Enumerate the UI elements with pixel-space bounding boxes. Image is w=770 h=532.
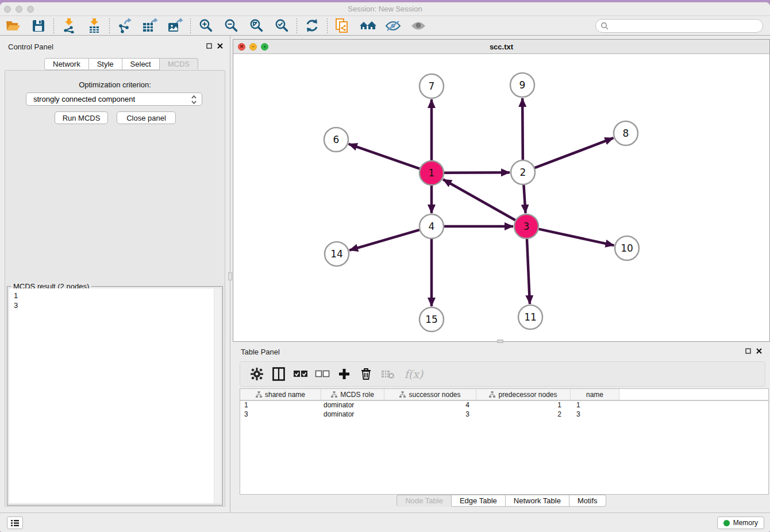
column-header-MCDS-role[interactable]: MCDS role (321, 389, 384, 400)
graph-edge-4-14[interactable] (349, 230, 419, 250)
network-window-titlebar[interactable]: ✕ − ＋ scc.txt (233, 40, 769, 54)
graph-node-14[interactable]: 14 (325, 242, 349, 266)
show-all-icon[interactable] (409, 17, 428, 34)
table-panel: Table Panel (233, 344, 770, 512)
columns-icon[interactable] (270, 365, 287, 383)
zoom-selected-icon[interactable] (272, 17, 291, 34)
graph-edge-1-6[interactable] (349, 144, 420, 169)
column-header-successor-nodes[interactable]: successor nodes (384, 389, 476, 400)
result-line: 1 (14, 291, 221, 300)
delete-table-icon[interactable] (379, 365, 396, 383)
network-canvas[interactable]: 7968124314101511 (233, 54, 769, 341)
table-cell[interactable]: 2 (476, 410, 571, 419)
table-cell[interactable]: 3 (571, 410, 619, 419)
node-table[interactable]: shared nameMCDS rolesuccessor nodesprede… (240, 388, 769, 495)
memory-button[interactable]: Memory (717, 516, 764, 529)
import-table-icon[interactable] (84, 17, 104, 34)
run-mcds-button[interactable]: Run MCDS (55, 111, 108, 124)
svg-text:1: 1 (429, 167, 435, 179)
open-session-icon[interactable] (3, 17, 23, 34)
tab-mcds[interactable]: MCDS (160, 58, 198, 70)
zoom-fit-icon[interactable] (247, 17, 266, 34)
table-cell[interactable]: 1 (476, 401, 571, 410)
tab-edge-table[interactable]: Edge Table (452, 495, 506, 507)
close-panel-button[interactable]: Close panel (117, 111, 176, 124)
hide-selected-icon[interactable] (383, 17, 403, 34)
graph-edge-3-1[interactable] (443, 179, 515, 220)
zoom-out-icon[interactable] (221, 17, 241, 34)
graph-edge-2-9[interactable] (522, 98, 523, 160)
import-network-icon[interactable] (59, 17, 79, 34)
svg-text:11: 11 (524, 311, 537, 323)
horizontal-splitter-handle[interactable] (497, 340, 503, 343)
table-cell[interactable]: 1 (240, 401, 321, 410)
graph-edge-1-2[interactable] (444, 172, 510, 173)
svg-text:3: 3 (523, 221, 530, 232)
search-input[interactable] (609, 22, 763, 30)
graph-node-3[interactable]: 3 (514, 214, 538, 238)
graph-node-4[interactable]: 4 (419, 214, 444, 238)
tab-node-table[interactable]: Node Table (396, 495, 452, 507)
svg-text:4: 4 (429, 221, 435, 232)
graph-node-11[interactable]: 11 (518, 305, 542, 329)
tab-motifs[interactable]: Motifs (569, 495, 606, 507)
graph-node-9[interactable]: 9 (510, 73, 534, 97)
table-row[interactable]: 1dominator411 (240, 401, 768, 410)
graph-node-6[interactable]: 6 (324, 128, 348, 152)
svg-text:14: 14 (330, 248, 343, 260)
tab-style[interactable]: Style (89, 58, 122, 70)
zoom-in-icon[interactable] (196, 17, 215, 34)
first-neighbors-icon[interactable] (358, 17, 378, 34)
criterion-select[interactable]: strongly connected component (26, 92, 202, 106)
table-cell[interactable]: 1 (571, 401, 619, 410)
deselect-all-icon[interactable] (314, 365, 331, 383)
select-all-icon[interactable] (292, 365, 309, 383)
column-header-name[interactable]: name (571, 389, 619, 400)
network-file-icon[interactable] (333, 17, 352, 34)
splitter-handle[interactable] (228, 272, 232, 280)
close-table-panel-icon[interactable] (756, 348, 762, 354)
result-scrollbar[interactable] (214, 288, 221, 503)
search-box[interactable] (595, 19, 763, 33)
graph-node-15[interactable]: 15 (419, 307, 444, 331)
column-header-shared-name[interactable]: shared name (240, 389, 321, 400)
table-cell[interactable]: 3 (384, 410, 476, 419)
gear-icon[interactable] (248, 365, 265, 383)
table-cell[interactable]: dominator (321, 401, 384, 410)
delete-icon[interactable] (357, 365, 375, 383)
table-cell[interactable]: dominator (321, 410, 384, 419)
mcds-result-area[interactable]: 13 (9, 288, 221, 503)
float-table-panel-icon[interactable] (745, 348, 751, 354)
hierarchy-icon (331, 391, 337, 398)
graph-edge-2-3[interactable] (523, 185, 525, 213)
tab-select[interactable]: Select (122, 58, 160, 70)
export-image-icon[interactable] (165, 17, 185, 34)
export-network-icon[interactable] (115, 17, 134, 34)
save-session-icon[interactable] (29, 17, 48, 34)
close-panel-icon[interactable] (217, 43, 223, 49)
tab-network[interactable]: Network (44, 58, 89, 70)
graph-edge-3-11[interactable] (527, 239, 530, 304)
search-icon (600, 22, 609, 30)
refresh-icon[interactable] (302, 17, 322, 34)
function-builder-icon[interactable]: f(x) (401, 365, 426, 383)
graph-node-10[interactable]: 10 (615, 236, 639, 260)
table-cell[interactable]: 3 (240, 410, 321, 419)
graph-node-8[interactable]: 8 (614, 121, 638, 145)
task-history-button[interactable] (7, 516, 23, 529)
float-panel-icon[interactable] (206, 43, 212, 49)
app-window: Session: New Session (0, 2, 770, 532)
table-row[interactable]: 3dominator323 (240, 410, 768, 419)
chevron-updown-icon (191, 95, 197, 105)
table-cell[interactable]: 4 (384, 401, 476, 410)
graph-node-7[interactable]: 7 (419, 74, 444, 98)
column-header-predecessor-nodes[interactable]: predecessor nodes (476, 389, 571, 400)
graph-edge-3-10[interactable] (538, 229, 614, 245)
graph-node-1[interactable]: 1 (419, 161, 444, 185)
graph-edge-2-8[interactable] (535, 138, 614, 168)
export-table-icon[interactable] (140, 17, 160, 34)
graph-node-2[interactable]: 2 (511, 160, 535, 184)
add-icon[interactable] (336, 365, 353, 383)
main-toolbar (0, 16, 770, 36)
tab-network-table[interactable]: Network Table (506, 495, 569, 507)
